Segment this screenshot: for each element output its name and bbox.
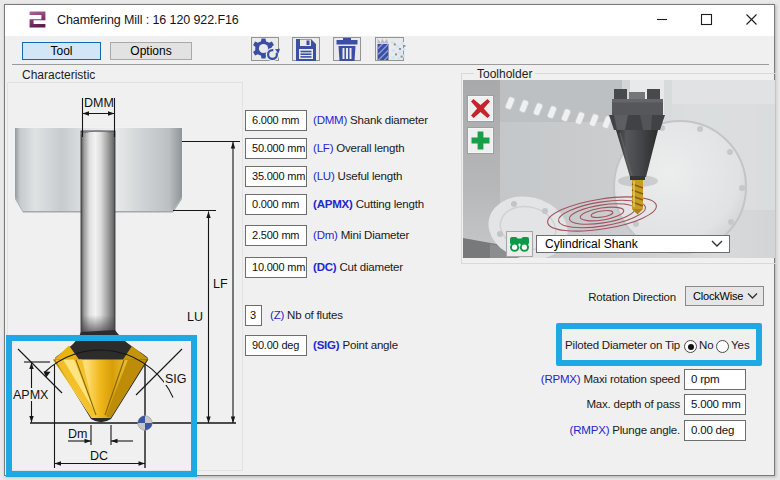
- svg-text:LU: LU: [187, 310, 203, 324]
- svg-text:DMM: DMM: [84, 96, 114, 110]
- svg-text:LF: LF: [213, 277, 228, 291]
